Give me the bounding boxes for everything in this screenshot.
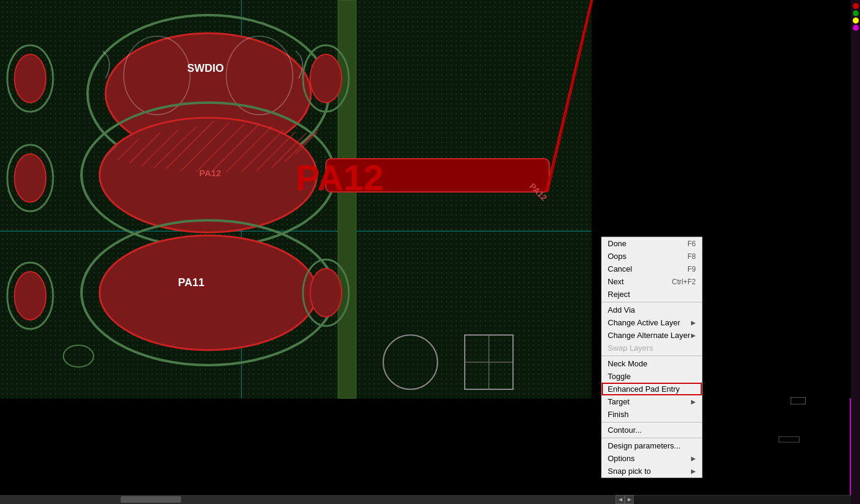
- layer-dot-red[interactable]: [853, 3, 859, 9]
- menu-item-oops[interactable]: Oops F8: [602, 250, 702, 263]
- menu-item-neck-mode[interactable]: Neck Mode: [602, 357, 702, 370]
- svg-point-40: [383, 335, 438, 389]
- menu-label-oops: Oops: [608, 252, 626, 261]
- menu-label-snap-pick-to: Snap pick to: [608, 467, 651, 476]
- svg-line-26: [546, 0, 591, 192]
- menu-item-design-parameters[interactable]: Design parameters...: [602, 439, 702, 452]
- svg-rect-2: [338, 0, 356, 398]
- menu-item-options[interactable]: Options ▶: [602, 452, 702, 465]
- layer-dot-magenta[interactable]: [853, 25, 859, 31]
- layer-dot-yellow[interactable]: [853, 18, 859, 24]
- menu-label-toggle: Toggle: [608, 372, 631, 381]
- svg-point-29: [100, 235, 317, 350]
- separator-3: [602, 422, 702, 423]
- context-menu: Done F6 Oops F8 Cancel F9 Next Ctrl+F2 R…: [601, 237, 702, 478]
- menu-label-change-alternate-layer: Change Alternate Layer: [608, 331, 690, 340]
- menu-item-finish[interactable]: Finish: [602, 408, 702, 421]
- bottom-bar: ◀ ▶: [0, 495, 860, 504]
- menu-label-options: Options: [608, 454, 635, 463]
- pcb-svg: [0, 0, 591, 398]
- menu-item-contour[interactable]: Contour...: [602, 424, 702, 436]
- menu-shortcut-oops: F8: [687, 252, 696, 261]
- arrow-icon-options: ▶: [691, 455, 696, 462]
- arrow-icon-change-alternate: ▶: [691, 332, 696, 339]
- svg-point-31: [14, 54, 46, 103]
- arrow-icon-target: ▶: [691, 398, 696, 405]
- pa11-label: PA11: [178, 276, 205, 289]
- arrow-icon-change-active: ▶: [691, 319, 696, 326]
- menu-label-change-active-layer: Change Active Layer: [608, 318, 680, 327]
- scroll-right-icon: ▶: [628, 497, 631, 502]
- menu-item-add-via[interactable]: Add Via: [602, 304, 702, 316]
- menu-item-swap-layers: Swap Layers: [602, 342, 702, 354]
- pa12-big-label: PA12: [296, 157, 384, 199]
- menu-shortcut-done: F6: [687, 240, 696, 248]
- menu-item-change-active-layer[interactable]: Change Active Layer ▶: [602, 316, 702, 329]
- arrow-icon-snap-pick: ▶: [691, 468, 696, 474]
- mini-rect-indicator: [779, 436, 800, 442]
- menu-label-swap-layers: Swap Layers: [608, 343, 653, 352]
- swdio-label: SWDIO: [187, 62, 224, 75]
- menu-item-toggle[interactable]: Toggle: [602, 370, 702, 383]
- svg-point-44: [63, 345, 94, 367]
- scroll-left-button[interactable]: ◀: [616, 495, 625, 504]
- scroll-right-button[interactable]: ▶: [625, 495, 634, 504]
- separator-2: [602, 356, 702, 356]
- layer-dot-green[interactable]: [853, 10, 859, 16]
- menu-item-snap-pick-to[interactable]: Snap pick to ▶: [602, 465, 702, 477]
- svg-point-35: [14, 272, 46, 320]
- menu-label-finish: Finish: [608, 410, 629, 419]
- menu-item-cancel[interactable]: Cancel F9: [602, 263, 702, 275]
- pa12-pad-label: PA12: [199, 168, 221, 178]
- separator-4: [602, 438, 702, 438]
- menu-item-change-alternate-layer[interactable]: Change Alternate Layer ▶: [602, 329, 702, 342]
- layer-panel: [851, 0, 860, 504]
- menu-item-next[interactable]: Next Ctrl+F2: [602, 275, 702, 288]
- menu-label-done: Done: [608, 239, 626, 248]
- menu-item-done[interactable]: Done F6: [602, 237, 702, 250]
- pcb-canvas: SWDIO PA12 PA12 PA11 PA12 Done F6 Oops F…: [0, 0, 860, 504]
- menu-label-add-via: Add Via: [608, 305, 635, 314]
- menu-label-next: Next: [608, 277, 624, 286]
- menu-label-neck-mode: Neck Mode: [608, 359, 648, 368]
- svg-line-27: [548, 0, 593, 192]
- menu-label-design-parameters: Design parameters...: [608, 441, 681, 450]
- small-rect-indicator: [791, 397, 806, 404]
- scroll-thumb-h[interactable]: [121, 496, 181, 503]
- menu-label-reject: Reject: [608, 290, 630, 299]
- menu-label-target: Target: [608, 397, 629, 406]
- menu-label-contour: Contour...: [608, 426, 642, 435]
- menu-item-enhanced-pad-entry[interactable]: Enhanced Pad Entry: [602, 383, 702, 395]
- svg-point-39: [310, 269, 342, 317]
- menu-label-cancel: Cancel: [608, 264, 632, 273]
- separator-1: [602, 302, 702, 302]
- svg-point-33: [14, 154, 46, 202]
- scroll-left-icon: ◀: [619, 497, 622, 502]
- menu-label-enhanced-pad-entry: Enhanced Pad Entry: [608, 384, 680, 394]
- menu-shortcut-cancel: F9: [687, 265, 696, 273]
- svg-point-37: [310, 54, 342, 103]
- menu-shortcut-next: Ctrl+F2: [672, 278, 696, 286]
- menu-item-reject[interactable]: Reject: [602, 288, 702, 301]
- horizontal-scrollbar[interactable]: [0, 495, 628, 504]
- menu-item-target[interactable]: Target ▶: [602, 395, 702, 408]
